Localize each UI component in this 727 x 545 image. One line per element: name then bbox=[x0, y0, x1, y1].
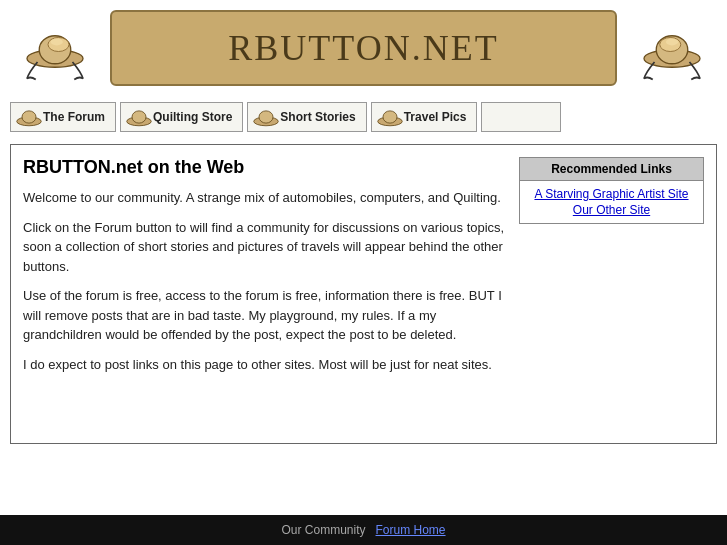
content-left: RBUTTON.net on the Web Welcome to our co… bbox=[23, 157, 509, 431]
site-title: RBUTTON.NET bbox=[228, 28, 498, 68]
nav-forum[interactable]: The Forum bbox=[10, 102, 116, 132]
content-para-1: Welcome to our community. A strange mix … bbox=[23, 188, 509, 208]
header: RBUTTON.NET bbox=[0, 0, 727, 96]
nav-quilting[interactable]: Quilting Store bbox=[120, 102, 243, 132]
nav-stories[interactable]: Short Stories bbox=[247, 102, 366, 132]
svg-point-15 bbox=[383, 111, 397, 123]
nav-stories-label: Short Stories bbox=[280, 110, 355, 124]
recommended-box: Recommended Links A Starving Graphic Art… bbox=[519, 157, 704, 224]
nav-travel[interactable]: Travel Pics bbox=[371, 102, 478, 132]
footer: Our Community Forum Home bbox=[0, 515, 727, 545]
nav-quilting-label: Quilting Store bbox=[153, 110, 232, 124]
recommended-link-2[interactable]: Our Other Site bbox=[528, 203, 695, 217]
content-para-4: I do expect to post links on this page t… bbox=[23, 355, 509, 375]
nav-hat-stories bbox=[252, 106, 280, 128]
svg-point-13 bbox=[259, 111, 273, 123]
nav-hat-quilting bbox=[125, 106, 153, 128]
nav-hat-travel bbox=[376, 106, 404, 128]
nav-bar: The Forum Quilting Store Short Stories T… bbox=[0, 96, 727, 138]
recommended-link-1[interactable]: A Starving Graphic Artist Site bbox=[528, 187, 695, 201]
nav-hat-forum bbox=[15, 106, 43, 128]
nav-travel-label: Travel Pics bbox=[404, 110, 467, 124]
nav-forum-label: The Forum bbox=[43, 110, 105, 124]
main-content: RBUTTON.net on the Web Welcome to our co… bbox=[10, 144, 717, 444]
content-para-3: Use of the forum is free, access to the … bbox=[23, 286, 509, 345]
svg-point-7 bbox=[666, 38, 678, 45]
footer-link[interactable]: Forum Home bbox=[376, 523, 446, 537]
right-hat-icon bbox=[637, 13, 707, 83]
svg-point-11 bbox=[132, 111, 146, 123]
content-para-2: Click on the Forum button to will find a… bbox=[23, 218, 509, 277]
recommended-links: A Starving Graphic Artist Site Our Other… bbox=[520, 181, 703, 223]
svg-point-9 bbox=[22, 111, 36, 123]
nav-empty-slot bbox=[481, 102, 561, 132]
footer-label: Our Community bbox=[281, 523, 365, 537]
recommended-header: Recommended Links bbox=[520, 158, 703, 181]
content-title: RBUTTON.net on the Web bbox=[23, 157, 509, 178]
site-title-box: RBUTTON.NET bbox=[110, 10, 617, 86]
left-hat-icon bbox=[20, 13, 90, 83]
svg-point-3 bbox=[51, 38, 63, 45]
